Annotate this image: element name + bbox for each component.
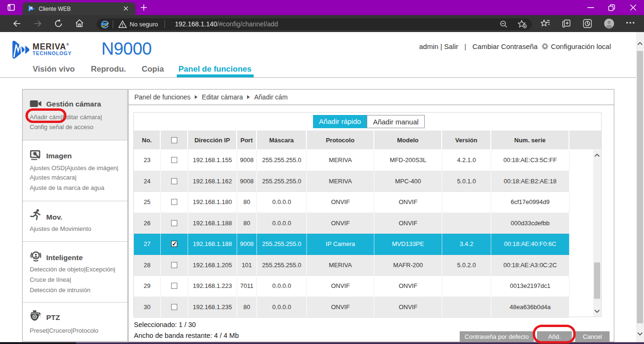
forward-icon[interactable] — [33, 19, 42, 28]
row-checkbox[interactable] — [171, 283, 177, 289]
tab-close-icon[interactable] — [123, 6, 129, 11]
table-cell-checkbox — [161, 276, 188, 297]
nav-vision-vivo[interactable]: Visión vivo — [33, 65, 74, 74]
page-scrollbar-thumb[interactable] — [637, 51, 643, 323]
table-cell: 0013e2197dc1 — [491, 276, 570, 297]
breadcrumb-editar-camara[interactable]: Editar cámara — [202, 93, 243, 101]
tab-search-icon[interactable] — [8, 4, 15, 11]
breadcrumb-anadir-cam[interactable]: Añadir cám — [254, 93, 288, 101]
window-restore-icon[interactable] — [608, 4, 615, 11]
avatar[interactable] — [604, 18, 614, 29]
breadcrumb-arrow-icon — [195, 95, 198, 99]
browser-essentials-icon[interactable] — [583, 19, 592, 28]
table-row[interactable]: 28 192.168.1.205 101 255.255.255.0 MERIV… — [134, 255, 570, 276]
row-checkbox[interactable] — [171, 178, 177, 184]
zoom-out-icon[interactable] — [500, 20, 508, 28]
table-row[interactable]: 24 192.168.1.162 9008 255.255.255.0 MERI… — [134, 171, 570, 192]
sidebar-title-gestion-camara: Gestión cámara — [46, 100, 101, 108]
table-row[interactable]: 23 192.168.1.155 9008 255.255.255.0 MERI… — [134, 150, 570, 171]
page-scroll-down-icon[interactable] — [637, 332, 643, 336]
table-cell: 0.0.0.0 — [257, 297, 307, 318]
new-tab-icon[interactable] — [140, 4, 148, 11]
table-cell: 192.168.1.223 — [188, 276, 237, 297]
url-text[interactable]: 192.168.1.140/#config/channel/add — [175, 20, 278, 28]
sidebar-link-ajustes-osd[interactable]: Ajustes OSD|Ajustes de imágen| — [30, 164, 118, 172]
sidebar-link-marca-agua[interactable]: Ajuste de la marca de agua — [30, 184, 104, 191]
tab-anadir-rapido[interactable]: Añadir rápido — [313, 115, 367, 128]
table-row[interactable]: 29 192.168.1.223 7011 0.0.0.0 ONVIF ONVI… — [134, 276, 570, 297]
nav-panel-funciones[interactable]: Panel de funciones — [179, 65, 252, 74]
intelligent-icon — [30, 250, 42, 262]
window-minimize-icon[interactable] — [587, 7, 594, 8]
gear-icon[interactable] — [541, 42, 549, 50]
sidebar-link-config-senal[interactable]: Config señal de acceso — [30, 123, 93, 131]
table-row[interactable]: 26 192.168.1.188 80 0.0.0.0 ONVIF ONVIF … — [134, 213, 570, 234]
header-checkbox[interactable] — [171, 137, 177, 143]
scroll-down-icon[interactable] — [594, 310, 600, 313]
local-config-link[interactable]: Configuración local — [551, 42, 611, 50]
table-cell: 30 — [134, 297, 161, 318]
browser-titlebar: Cliente WEB — [0, 0, 644, 15]
home-icon[interactable] — [75, 19, 84, 28]
col-direccion-ip: Dirección IP — [188, 131, 237, 149]
default-password-button[interactable]: Contraseña por defecto — [460, 331, 534, 343]
favorites-icon[interactable] — [541, 19, 550, 28]
page-scrollbar[interactable] — [636, 32, 644, 344]
address-bar[interactable]: No seguro 192.168.1.140/#config/channel/… — [97, 18, 532, 30]
sidebar-link-preset-crucero[interactable]: Preset|Crucero|Protocolo — [30, 327, 98, 334]
table-cell-checkbox — [161, 171, 188, 192]
table-cell: 7011 — [237, 276, 257, 297]
window-close-icon[interactable] — [630, 4, 636, 11]
table-row[interactable]: 25 192.168.1.180 80 0.0.0.0 ONVIF ONVIF … — [134, 192, 570, 213]
table-cell: 9008 — [237, 171, 257, 192]
sidebar-title-mov: Mov. — [46, 213, 62, 221]
security-label[interactable]: No seguro — [130, 21, 158, 28]
product-model: N9000 — [101, 39, 152, 59]
row-checkbox[interactable] — [171, 220, 177, 226]
collections-icon[interactable] — [561, 19, 571, 28]
sidebar-link-deteccion-objeto[interactable]: Detección de objeto|Excepción| — [30, 266, 116, 273]
nav-reproduccion[interactable]: Reprodu. — [91, 65, 126, 74]
table-cell: 80 — [237, 213, 257, 234]
sidebar-link-ajustes-movimiento[interactable]: Ajustes de Movimiento — [30, 225, 91, 232]
add-favorite-icon[interactable] — [518, 20, 527, 29]
row-checkbox[interactable] — [171, 304, 177, 310]
table-cell: MERIVA — [307, 255, 374, 276]
browser-tab[interactable]: Cliente WEB — [23, 2, 135, 15]
cancel-button[interactable]: Cancel — [575, 331, 610, 343]
url-path: /#config/channel/add — [217, 20, 278, 28]
table-scrollbar[interactable] — [593, 150, 601, 317]
sidebar-divider — [23, 140, 127, 140]
sidebar-link-ajustes-mascara[interactable]: Ajustes máscara| — [30, 174, 76, 181]
refresh-icon[interactable] — [54, 19, 63, 28]
table-cell: MERIVA — [307, 171, 374, 192]
row-checkbox[interactable] — [171, 241, 177, 247]
row-checkbox[interactable] — [171, 262, 177, 268]
warning-icon[interactable] — [118, 20, 127, 28]
table-row[interactable]: 30 192.168.1.235 80 0.0.0.0 ONVIF ONVIF … — [134, 297, 570, 318]
scroll-up-icon[interactable] — [594, 154, 600, 157]
tab-anadir-manual[interactable]: Añadir manual — [367, 115, 425, 128]
change-password-link[interactable]: Cambiar Contraseña — [472, 42, 537, 50]
sidebar-link-deteccion-intrusion[interactable]: Detección de intrusión — [30, 287, 91, 294]
table-cell: ONVIF — [307, 297, 374, 318]
back-icon[interactable] — [13, 19, 21, 28]
page-scroll-up-icon[interactable] — [637, 42, 643, 45]
table-cell: 26 — [134, 213, 161, 234]
table-row-selected[interactable]: 27 192.168.1.188 9008 255.255.255.0 IP C… — [134, 234, 570, 255]
table-cell: 255.255.255.0 — [257, 255, 307, 276]
session-user-logout[interactable]: admin | Salir — [419, 42, 458, 50]
table-scrollbar-thumb[interactable] — [594, 262, 600, 299]
address-separator2 — [165, 20, 165, 28]
table-cell: 23 — [134, 150, 161, 171]
selected-count-label: Seleccionado: 1 / 30 — [134, 321, 196, 328]
row-checkbox[interactable] — [171, 157, 177, 163]
table-cell: 5.0.2.0 — [442, 255, 491, 276]
row-checkbox[interactable] — [171, 199, 177, 205]
sidebar-link-cruce-linea[interactable]: Cruce de línea| — [30, 276, 71, 283]
col-port: Port — [237, 131, 257, 149]
nav-copia[interactable]: Copia — [141, 65, 164, 74]
more-menu-icon[interactable] — [626, 22, 635, 24]
table-cell — [442, 297, 491, 318]
breadcrumb-panel-funciones[interactable]: Panel de funciones — [134, 93, 190, 101]
